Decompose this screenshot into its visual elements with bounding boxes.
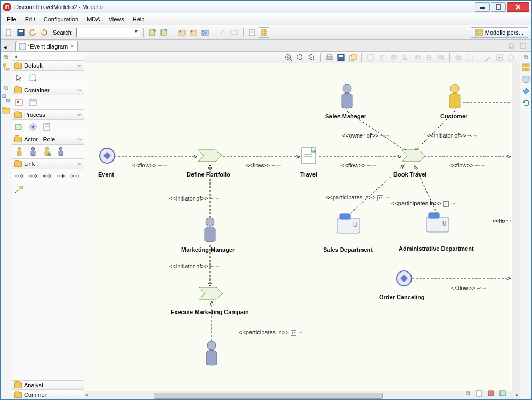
node-define-portfolio[interactable]: Define Portfolio <box>187 171 230 178</box>
horizontal-scrollbar[interactable]: ◂ ▸ <box>84 391 520 399</box>
node-sales-manager[interactable]: Sales Manager <box>325 113 366 119</box>
tool-icon-1[interactable] <box>147 27 158 38</box>
link-tool-4[interactable] <box>56 171 66 181</box>
more-icon[interactable] <box>506 52 517 63</box>
tab-event-diagram[interactable]: *Event diagram ✕ <box>15 41 78 51</box>
link-tool-3[interactable] <box>42 171 52 181</box>
status-icon-4[interactable] <box>497 388 508 398</box>
strip-folder-icon[interactable] <box>2 106 11 115</box>
tool-icon-7[interactable] <box>229 27 240 38</box>
section-link[interactable]: Link⇔ <box>12 158 84 169</box>
tab-close-icon[interactable]: ✕ <box>70 43 74 49</box>
section-analyst[interactable]: Analyst <box>12 380 84 390</box>
minimize-view-icon[interactable] <box>506 41 517 51</box>
actor-blue-icon[interactable] <box>28 147 38 156</box>
close-button[interactable] <box>507 2 529 12</box>
maximize-button[interactable] <box>491 2 506 12</box>
align-4-icon[interactable] <box>400 52 411 63</box>
process-tool-1[interactable] <box>14 122 24 132</box>
hscroll-thumb[interactable] <box>154 393 383 399</box>
link-tool-6[interactable] <box>14 185 24 195</box>
snap-icon[interactable] <box>465 52 475 63</box>
process-tool-2[interactable] <box>28 122 38 132</box>
node-admin-department[interactable]: Administrative Department <box>399 245 474 252</box>
actor-blue2-icon[interactable] <box>56 147 66 156</box>
strip-refresh-icon[interactable] <box>522 99 530 107</box>
cursor-icon[interactable] <box>14 73 24 83</box>
canvas-wrap[interactable]: U U <box>84 63 520 391</box>
print-icon[interactable] <box>324 52 335 63</box>
strip-layers-icon[interactable] <box>522 63 530 72</box>
process-tool-3[interactable] <box>42 122 52 132</box>
menu-mda[interactable]: MDA <box>83 15 104 23</box>
status-icon-3[interactable] <box>486 388 496 398</box>
node-order-canceling[interactable]: Order Canceling <box>379 294 425 300</box>
node-travel[interactable]: Travel <box>300 171 317 178</box>
node-event[interactable]: Event <box>98 171 114 178</box>
new-icon[interactable] <box>4 27 14 38</box>
node-customer[interactable]: Customer <box>440 113 467 119</box>
zoom-in-icon[interactable] <box>283 52 294 63</box>
canvas[interactable]: U U <box>84 63 511 391</box>
marquee-icon[interactable]: + <box>28 73 38 83</box>
collapse-icon[interactable]: ⇔ <box>77 112 82 117</box>
save-icon[interactable] <box>15 27 26 38</box>
section-default[interactable]: Default⇔ <box>12 60 84 71</box>
zoom-out-icon[interactable] <box>307 52 317 63</box>
dropdown-arrow-icon[interactable]: ▼ <box>134 29 139 34</box>
redo-icon[interactable] <box>39 27 50 38</box>
maximize-view-icon[interactable] <box>518 41 528 51</box>
align-2-icon[interactable] <box>377 52 388 63</box>
node-execute-marketing[interactable]: Execute Marketing Campain <box>171 309 249 315</box>
container-tool-2[interactable] <box>28 98 38 107</box>
section-common[interactable]: Common <box>12 390 84 399</box>
vertical-scrollbar[interactable] <box>512 63 520 391</box>
section-container[interactable]: Container⇔ <box>12 85 84 95</box>
node-marketing-manager[interactable]: Marketing Manager <box>181 246 235 253</box>
menu-help[interactable]: Help <box>128 15 149 23</box>
menu-configuration[interactable]: Configuration <box>39 15 83 23</box>
undo-icon[interactable] <box>27 27 38 38</box>
minimize-button[interactable] <box>475 2 490 12</box>
tool-icon-3[interactable] <box>176 27 187 38</box>
search-input[interactable] <box>76 28 140 37</box>
strip-link-icon[interactable] <box>2 94 11 103</box>
strip-diamond-icon[interactable] <box>522 87 530 95</box>
node-sales-department[interactable]: Sales Department <box>323 246 373 253</box>
container-tool-1[interactable] <box>14 98 24 107</box>
link-tool-2[interactable] <box>28 171 38 181</box>
actor-green-icon[interactable] <box>42 147 52 156</box>
status-icon-2[interactable] <box>474 388 485 398</box>
zoom-reset-icon[interactable] <box>295 52 305 63</box>
collapse-icon[interactable]: ⇔ <box>77 87 82 93</box>
tool-icon-8[interactable] <box>247 27 257 38</box>
align-5-icon[interactable] <box>412 52 423 63</box>
tool-icon-2[interactable] <box>159 27 170 38</box>
status-icon-1[interactable]: ⧉ <box>462 388 473 398</box>
link-tool-5[interactable] <box>70 171 79 181</box>
copy-icon[interactable] <box>348 52 358 63</box>
collapse-icon[interactable]: ⇔ <box>77 161 82 166</box>
brush-icon[interactable] <box>482 52 493 63</box>
section-process[interactable]: Process⇔ <box>12 109 84 120</box>
menu-views[interactable]: Views <box>104 15 128 23</box>
tabbar-expand-icon[interactable]: ◂ <box>2 43 9 51</box>
tool-icon-6[interactable] <box>217 27 228 38</box>
save-diagram-icon[interactable] <box>336 52 346 63</box>
align-1-icon[interactable] <box>365 52 376 63</box>
menu-file[interactable]: File <box>3 15 21 23</box>
section-actor-role[interactable]: Actor - Role⇔ <box>12 134 84 145</box>
collapse-icon[interactable]: ⇔ <box>77 63 82 68</box>
strip-db-icon[interactable] <box>522 75 530 84</box>
link-tool-1[interactable] <box>14 171 24 181</box>
perspective-grid-button[interactable] <box>259 27 269 38</box>
style-icon[interactable] <box>494 52 505 63</box>
actor-yellow-icon[interactable] <box>14 147 24 156</box>
tool-icon-5[interactable] <box>200 27 211 38</box>
align-6-icon[interactable] <box>424 52 434 63</box>
strip-tree-icon[interactable] <box>2 63 11 72</box>
grid-icon[interactable] <box>453 52 464 63</box>
strip-restore-icon-2[interactable]: ⧉ <box>4 85 8 91</box>
align-7-icon[interactable] <box>436 52 446 63</box>
node-book-travel[interactable]: Book Travel <box>393 171 426 178</box>
